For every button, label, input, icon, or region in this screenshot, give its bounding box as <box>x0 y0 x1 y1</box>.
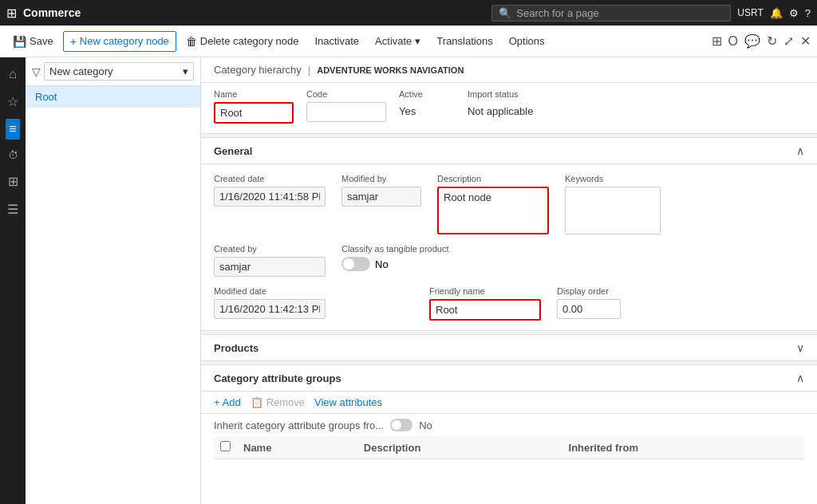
code-label: Code <box>306 89 386 99</box>
keywords-label: Keywords <box>565 174 661 183</box>
category-attr-section-header[interactable]: Category attribute groups ∧ <box>201 364 817 392</box>
help-icon[interactable]: ? <box>805 7 811 19</box>
display-order-label: Display order <box>557 286 621 296</box>
remove-icon: 📋 <box>251 396 263 408</box>
classify-toggle[interactable] <box>341 257 370 271</box>
products-chevron-icon: ∨ <box>796 341 804 354</box>
modified-by-input <box>341 187 421 207</box>
inherit-toggle[interactable] <box>390 419 412 431</box>
nav-list-icon[interactable]: ≡ <box>6 119 19 140</box>
translations-label: Translations <box>436 35 492 47</box>
category-attr-chevron-icon: ∧ <box>796 372 804 384</box>
display-order-input[interactable] <box>557 299 621 319</box>
content-area: Category hierarchy | ADVENTURE WORKS NAV… <box>201 57 817 504</box>
recent-icon[interactable]: ⏱ <box>5 146 22 164</box>
plus-icon: + <box>70 35 77 48</box>
save-button[interactable]: 💾 Save <box>6 32 60 51</box>
category-attr-title: Category attribute groups <box>214 372 341 384</box>
code-input[interactable] <box>306 102 386 122</box>
modified-date-input <box>214 299 326 319</box>
notifications-icon[interactable]: 💬 <box>744 33 760 49</box>
app-grid-icon[interactable]: ⊞ <box>6 6 17 21</box>
description-label: Description <box>437 174 549 183</box>
app-title: Commerce <box>23 6 491 19</box>
import-status-field-group: Import status Not applicable <box>468 89 533 120</box>
created-by-input <box>214 257 326 277</box>
select-all-checkbox[interactable] <box>220 441 231 451</box>
activate-button[interactable]: Activate ▾ <box>369 32 427 50</box>
products-section-header[interactable]: Products ∨ <box>201 334 817 361</box>
top-nav-bar: ⊞ Commerce 🔍 Search for a page USRT 🔔 ⚙ … <box>0 0 817 26</box>
options-label: Options <box>509 35 545 47</box>
products-title: Products <box>214 342 259 354</box>
options-button[interactable]: Options <box>503 32 551 50</box>
toggle-knob <box>343 258 354 270</box>
display-order-group: Display order <box>557 286 621 319</box>
modified-date-label: Modified date <box>214 286 326 296</box>
tree-item-root[interactable]: Root <box>26 86 200 108</box>
expand-icon[interactable]: ⤢ <box>783 33 794 49</box>
filter-icon[interactable]: ▽ <box>32 65 41 78</box>
classify-group: Classify as tangible product No <box>341 244 449 271</box>
created-date-label: Created date <box>214 174 326 183</box>
home-icon[interactable]: ⌂ <box>6 64 20 85</box>
search-bar[interactable]: 🔍 Search for a page <box>491 5 731 22</box>
empty-state-row: 🗃 We didn't find anything to show here. <box>214 459 804 505</box>
search-icon: 🔍 <box>499 7 511 19</box>
name-input[interactable] <box>214 102 294 124</box>
inactivate-button[interactable]: Inactivate <box>308 32 365 50</box>
dropdown-chevron-icon: ▾ <box>183 65 188 77</box>
keywords-textarea[interactable] <box>565 187 661 234</box>
general-section-header[interactable]: General ∧ <box>201 137 817 164</box>
description-col-header: Description <box>357 436 562 459</box>
classify-toggle-wrapper: No <box>341 257 449 271</box>
left-panel-toolbar: ▽ New category ▾ <box>26 57 200 86</box>
gear-icon[interactable]: ⚙ <box>789 7 799 19</box>
add-button[interactable]: + Add <box>214 396 241 408</box>
view-attributes-button[interactable]: View attributes <box>314 396 382 408</box>
view-toggle-icon[interactable]: ⊞ <box>712 33 722 49</box>
inherit-label: Inherit category attribute groups fro... <box>214 419 384 431</box>
import-status-label: Import status <box>468 89 533 99</box>
office-icon[interactable]: O <box>728 34 738 49</box>
delete-label: Delete category node <box>200 35 299 47</box>
sidebar-icons: ⌂ ☆ ≡ ⏱ ⊞ ☰ <box>0 57 26 504</box>
activate-label: Activate <box>375 35 412 47</box>
content-header: Category hierarchy | ADVENTURE WORKS NAV… <box>201 57 817 83</box>
active-value: Yes <box>399 102 423 120</box>
list-icon[interactable]: ☰ <box>4 199 22 220</box>
delete-button[interactable]: 🗑 Delete category node <box>180 32 306 51</box>
action-toolbar: 💾 Save + New category node 🗑 Delete cate… <box>0 26 817 57</box>
close-icon[interactable]: ✕ <box>800 33 811 49</box>
import-status-value: Not applicable <box>468 102 533 120</box>
favorites-icon[interactable]: ☆ <box>4 91 22 112</box>
friendly-name-input[interactable] <box>429 299 541 321</box>
top-form-section: Name Code Active Yes Import status Not a… <box>201 83 817 134</box>
modified-date-group: Modified date <box>214 286 326 319</box>
table-header-row: Name Description Inherited from <box>214 436 804 459</box>
breadcrumb-separator: | <box>308 64 310 76</box>
toolbar-right-icons: ⊞ O 💬 ↻ ⤢ ✕ <box>712 33 811 49</box>
left-panel: ▽ New category ▾ Root <box>26 57 201 504</box>
top-nav-right: USRT 🔔 ⚙ ? <box>737 7 811 19</box>
activate-chevron-icon: ▾ <box>415 35 420 47</box>
keywords-group: Keywords <box>565 174 661 234</box>
description-textarea[interactable]: Root node <box>437 187 549 234</box>
save-label: Save <box>30 35 53 47</box>
bell-icon[interactable]: 🔔 <box>770 7 783 19</box>
remove-button[interactable]: 📋 Remove <box>251 396 305 408</box>
translations-button[interactable]: Translations <box>430 32 499 50</box>
user-label: USRT <box>737 7 763 18</box>
active-label: Active <box>399 89 423 99</box>
modified-by-group: Modified by <box>341 174 421 207</box>
category-dropdown[interactable]: New category ▾ <box>44 62 194 81</box>
checkbox-col-header <box>214 436 237 459</box>
workspaces-icon[interactable]: ⊞ <box>5 171 22 192</box>
code-field-group: Code <box>306 89 386 122</box>
refresh-icon[interactable]: ↻ <box>767 33 777 49</box>
new-category-button[interactable]: + New category node <box>63 31 176 52</box>
inactivate-label: Inactivate <box>314 35 359 47</box>
add-label: + Add <box>214 396 241 408</box>
view-label: View attributes <box>314 396 382 408</box>
tree-item-root-label: Root <box>35 91 57 103</box>
